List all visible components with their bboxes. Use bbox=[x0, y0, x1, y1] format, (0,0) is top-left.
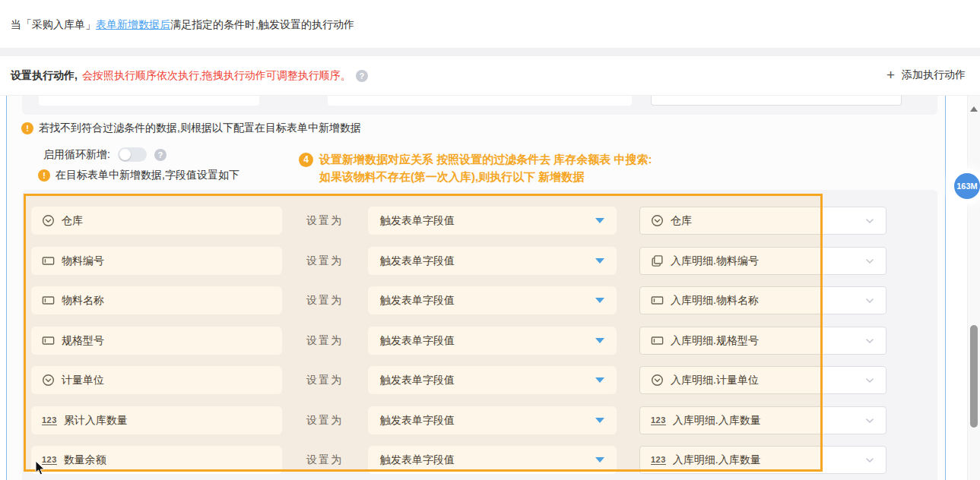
set-to-label: 设置为 bbox=[306, 406, 343, 434]
bar-separator bbox=[0, 48, 980, 56]
value-type-icon bbox=[651, 374, 664, 387]
plus-icon: + bbox=[886, 68, 895, 82]
target-field[interactable]: 仓库 bbox=[31, 207, 282, 235]
chevron-down-icon bbox=[864, 295, 875, 306]
value-source-dropdown[interactable]: 触发表单字段值 bbox=[368, 207, 617, 235]
value-source-dropdown[interactable]: 触发表单字段值 bbox=[368, 406, 617, 434]
toolbar-warning: 会按照执行顺序依次执行,拖拽执行动作可调整执行顺序。 bbox=[82, 69, 351, 83]
mouse-cursor bbox=[35, 460, 46, 476]
set-to-label: 设置为 bbox=[306, 327, 343, 355]
value-type-icon bbox=[651, 214, 664, 227]
scrollbar[interactable] bbox=[967, 96, 980, 480]
loop-add-setting: 启用循环新增: ? bbox=[43, 147, 167, 162]
value-source-dropdown[interactable]: 触发表单字段值 bbox=[368, 366, 617, 394]
value-source-dropdown[interactable]: 触发表单字段值 bbox=[368, 286, 617, 314]
value-source-dropdown[interactable]: 触发表单字段值 bbox=[368, 327, 617, 355]
value-source-label: 触发表单字段值 bbox=[380, 214, 595, 228]
dropdown-arrow-icon bbox=[595, 298, 604, 303]
chevron-down-icon bbox=[864, 336, 875, 346]
size-badge: 163M bbox=[954, 173, 980, 199]
source-field-value: 入库明细.计量单位 bbox=[671, 374, 858, 387]
dropdown-arrow-icon bbox=[595, 377, 604, 383]
loop-add-toggle[interactable] bbox=[118, 147, 147, 162]
value-source-label: 触发表单字段值 bbox=[380, 294, 595, 308]
value-source-label: 触发表单字段值 bbox=[380, 334, 595, 348]
source-field-select[interactable]: 入库明细.计量单位 bbox=[639, 366, 886, 394]
value-type-icon: 123 bbox=[651, 455, 666, 465]
value-source-label: 触发表单字段值 bbox=[380, 414, 595, 428]
clipped-field-box bbox=[328, 96, 632, 106]
target-field[interactable]: 物料名称 bbox=[31, 286, 282, 314]
source-field-value: 入库明细.物料名称 bbox=[671, 294, 858, 308]
source-field-select[interactable]: 123 入库明细.入库数量 bbox=[639, 406, 886, 434]
source-field-select[interactable]: 入库明细.物料编号 bbox=[639, 247, 886, 275]
set-to-label: 设置为 bbox=[306, 286, 343, 314]
value-source-label: 触发表单字段值 bbox=[380, 453, 595, 467]
add-action-button[interactable]: + 添加执行动作 bbox=[886, 68, 966, 82]
dropdown-arrow-icon bbox=[595, 457, 604, 463]
target-field-label: 累计入库数量 bbox=[64, 414, 128, 428]
set-to-label: 设置为 bbox=[306, 446, 343, 474]
clipped-previous-section bbox=[22, 96, 937, 115]
toggle-knob bbox=[119, 149, 131, 160]
mapping-row: 计量单位 设置为 触发表单字段值 入库明细.计量单位 bbox=[7, 366, 947, 394]
value-source-dropdown[interactable]: 触发表单字段值 bbox=[368, 247, 617, 275]
mapping-row: 规格型号 设置为 触发表单字段值 入库明细.规格型号 bbox=[7, 327, 947, 355]
warning-icon: ! bbox=[38, 169, 50, 182]
value-type-icon bbox=[651, 254, 664, 267]
notice-add-data: ! 在目标表单中新增数据,字段值设置如下 bbox=[38, 169, 239, 182]
scrollbar-thumb[interactable] bbox=[970, 325, 978, 428]
source-field-select[interactable]: 入库明细.物料名称 bbox=[639, 286, 886, 314]
source-field-select[interactable]: 123 入库明细.入库数量 bbox=[639, 446, 886, 474]
help-icon[interactable]: ? bbox=[154, 149, 167, 161]
field-type-icon bbox=[42, 374, 55, 387]
add-action-label: 添加执行动作 bbox=[902, 68, 966, 82]
chevron-down-icon bbox=[864, 216, 875, 226]
field-type-icon bbox=[42, 334, 55, 347]
mapping-row: 123 数量余额 设置为 触发表单字段值 123 入库明细.入库数量 bbox=[7, 446, 947, 474]
trigger-bar: 当「采购入库单」表单新增数据后满足指定的条件时,触发设置的执行动作 bbox=[0, 0, 980, 48]
step-4-badge: 4 bbox=[299, 153, 313, 167]
target-field[interactable]: 物料编号 bbox=[31, 247, 282, 275]
action-toolbar: 设置执行动作, 会按照执行顺序依次执行,拖拽执行动作可调整执行顺序。 ? + 添… bbox=[0, 56, 980, 96]
notice-add-data-text: 在目标表单中新增数据,字段值设置如下 bbox=[56, 169, 239, 182]
trigger-suffix: 满足指定的条件时,触发设置的执行动作 bbox=[170, 18, 354, 30]
source-field-value: 仓库 bbox=[671, 214, 858, 228]
target-field[interactable]: 计量单位 bbox=[31, 366, 282, 394]
action-card[interactable]: ! 若找不到符合过滤条件的数据,则根据以下配置在目标表单中新增数据 启用循环新增… bbox=[6, 96, 946, 480]
field-type-icon bbox=[42, 214, 55, 227]
mapping-row: 仓库 设置为 触发表单字段值 仓库 bbox=[7, 207, 947, 235]
source-field-select[interactable]: 仓库 bbox=[639, 207, 886, 235]
value-source-dropdown[interactable]: 触发表单字段值 bbox=[368, 446, 617, 474]
target-field-label: 数量余额 bbox=[64, 453, 106, 467]
mapping-row: 123 累计入库数量 设置为 触发表单字段值 123 入库明细.入库数量 bbox=[7, 406, 947, 434]
target-field-label: 计量单位 bbox=[62, 374, 104, 387]
target-field[interactable]: 规格型号 bbox=[31, 327, 282, 355]
trigger-sentence: 当「采购入库单」表单新增数据后满足指定的条件时,触发设置的执行动作 bbox=[11, 18, 354, 32]
value-type-icon bbox=[651, 334, 664, 347]
mapping-row: 物料编号 设置为 触发表单字段值 入库明细.物料编号 bbox=[7, 247, 947, 275]
dropdown-arrow-icon bbox=[595, 338, 604, 343]
target-field-label: 仓库 bbox=[62, 214, 83, 228]
clipped-field-box bbox=[39, 96, 259, 106]
set-to-label: 设置为 bbox=[306, 207, 343, 235]
set-to-label: 设置为 bbox=[306, 366, 343, 394]
target-field[interactable]: 123 数量余额 bbox=[31, 446, 282, 474]
chevron-down-icon bbox=[864, 455, 875, 466]
set-to-label: 设置为 bbox=[306, 247, 343, 275]
value-source-label: 触发表单字段值 bbox=[380, 254, 595, 268]
scroll-up-arrow-icon[interactable] bbox=[970, 106, 978, 112]
target-field[interactable]: 123 累计入库数量 bbox=[31, 406, 282, 434]
value-type-icon: 123 bbox=[651, 415, 666, 425]
field-type-icon: 123 bbox=[42, 415, 57, 425]
loop-add-label: 启用循环新增: bbox=[43, 148, 110, 162]
chevron-down-icon bbox=[864, 415, 875, 426]
chevron-down-icon bbox=[864, 375, 875, 386]
annotation-line-1: 设置新增数据对应关系 按照设置的过滤条件去 库存余额表 中搜索: bbox=[319, 150, 770, 168]
source-field-select[interactable]: 入库明细.规格型号 bbox=[639, 327, 886, 355]
dropdown-arrow-icon bbox=[595, 218, 604, 223]
notice-no-match: ! 若找不到符合过滤条件的数据,则根据以下配置在目标表单中新增数据 bbox=[21, 122, 361, 135]
notice-no-match-text: 若找不到符合过滤条件的数据,则根据以下配置在目标表单中新增数据 bbox=[39, 122, 361, 135]
trigger-event-link[interactable]: 表单新增数据后 bbox=[96, 18, 170, 30]
help-icon[interactable]: ? bbox=[356, 70, 368, 82]
